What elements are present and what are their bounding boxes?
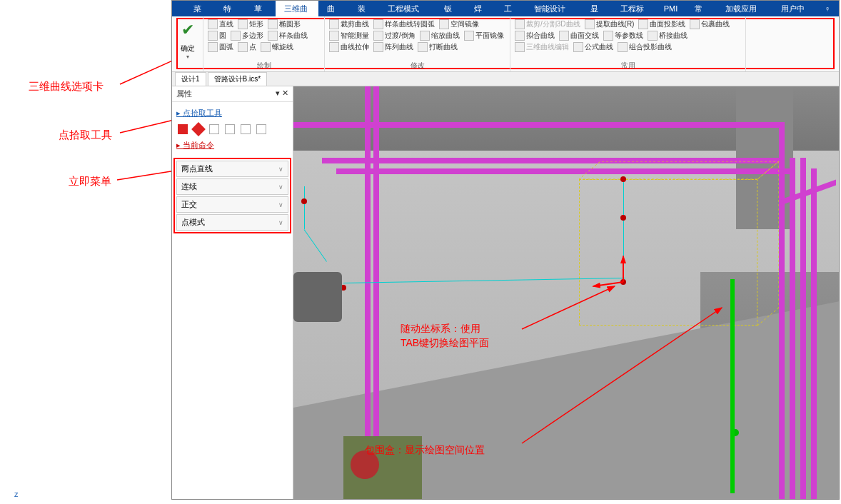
menu-item[interactable]: 装配: [349, 1, 379, 16]
panel-header: 属性▾ ✕: [172, 86, 293, 102]
menu-item[interactable]: 钣金: [435, 1, 465, 16]
section-current[interactable]: ▸ 当前命令: [176, 137, 288, 153]
confirm-check-icon[interactable]: ✔: [181, 21, 194, 39]
viewport-3d[interactable]: 随动坐标系：使用TAB键切换绘图平面 包围盒：显示绘图空间位置: [293, 86, 839, 499]
section-pick[interactable]: ▸ 点拾取工具: [176, 105, 288, 121]
imm-row-3[interactable]: 正交∨: [176, 196, 288, 213]
rect-icon: [238, 19, 248, 29]
tool-bridge[interactable]: 桥接曲线: [648, 31, 688, 41]
tool-intersect[interactable]: 曲面交线: [559, 31, 599, 41]
tool-helix[interactable]: 螺旋线: [261, 42, 293, 52]
menubar: 菜单 特征 草图 三维曲线 曲面 装配 工程模式零件 钣金 焊接 工具 智能设计…: [172, 1, 839, 16]
ribbon-group-confirm: ✔ 确定 ▾: [172, 16, 203, 71]
menu-item[interactable]: 工程模式零件: [379, 1, 435, 16]
line-icon: [208, 19, 218, 29]
menu-item[interactable]: 曲面: [318, 1, 348, 16]
ribbon-group-modify: 裁剪曲线 样条曲线转圆弧 空间镜像 智能测量 过渡/倒角 缩放曲线 平面镜像 曲…: [325, 16, 510, 71]
node-icon: [620, 176, 626, 182]
pick-icon-5[interactable]: [241, 124, 251, 134]
immediate-menu: 两点直线∨ 连续∨ 正交∨ 点模式∨: [173, 158, 291, 233]
pick-icon-2[interactable]: [191, 122, 206, 136]
tool-array[interactable]: 阵列曲线: [373, 42, 413, 52]
tool-fillet[interactable]: 过渡/倒角: [373, 31, 416, 41]
menu-item[interactable]: 显示: [582, 1, 612, 16]
menu-item[interactable]: 草图: [246, 1, 276, 16]
imm-row-4[interactable]: 点模式∨: [176, 214, 288, 231]
doc-tabs: 设计1 管路设计B.ics*: [172, 72, 839, 86]
ellipse-icon: [268, 19, 278, 29]
annotation-pick-tool: 点拾取工具: [59, 128, 112, 142]
tool-edit3d: 三维曲线编辑: [515, 42, 569, 52]
point-icon: [238, 42, 248, 52]
tool-combine-proj[interactable]: 组合投影曲线: [618, 42, 672, 52]
tool-trim3d: 裁剪/分割3D曲线: [515, 19, 580, 29]
menu-item[interactable]: 加载应用程序: [717, 1, 773, 16]
polygon-icon: [231, 31, 241, 41]
tool-formula[interactable]: 公式曲线: [573, 42, 613, 52]
menu-item-active[interactable]: 三维曲线: [276, 1, 319, 16]
ribbon-group-draw: 直线 矩形 椭圆形 圆 多边形 样条曲线 圆弧 点 螺旋线 绘制: [203, 16, 325, 71]
help-icon[interactable]: ♀: [816, 1, 839, 16]
menu-item[interactable]: 智能设计批注: [525, 1, 582, 16]
menu-item[interactable]: 特征: [215, 1, 245, 16]
tool-plane-mirror[interactable]: 平面镜像: [464, 31, 504, 41]
annotation-immediate-menu: 立即菜单: [69, 175, 111, 188]
app-window: 菜单 特征 草图 三维曲线 曲面 装配 工程模式零件 钣金 焊接 工具 智能设计…: [171, 0, 840, 500]
group-label-common: 常用: [510, 61, 745, 71]
tool-fit[interactable]: 拟合曲线: [515, 31, 555, 41]
group-label-draw: 绘制: [203, 61, 324, 71]
group-label-modify: 修改: [325, 61, 510, 71]
spline-icon: [268, 31, 278, 41]
tool-spline-to-arc[interactable]: 样条曲线转圆弧: [373, 19, 435, 29]
doc-tab-1[interactable]: 设计1: [175, 72, 206, 86]
ribbon-group-common: 裁剪/分割3D曲线 提取曲线(R) 曲面投影线 包裹曲线 拟合曲线 曲面交线 等…: [510, 16, 746, 71]
menu-item[interactable]: 菜单: [185, 1, 215, 16]
tool-spline[interactable]: 样条曲线: [268, 31, 308, 41]
arc-icon: [208, 42, 218, 52]
tool-circle[interactable]: 圆: [208, 31, 226, 41]
svg-marker-4: [579, 161, 779, 179]
confirm-label[interactable]: 确定: [181, 44, 195, 54]
tool-trim[interactable]: 裁剪曲线: [329, 19, 369, 29]
tool-break[interactable]: 打断曲线: [418, 42, 458, 52]
annotation-bbox: 包围盒：显示绘图空间位置: [365, 443, 485, 458]
tool-ellipse[interactable]: 椭圆形: [268, 19, 301, 29]
pick-icon-3[interactable]: [209, 124, 219, 134]
tool-arc[interactable]: 圆弧: [208, 42, 233, 52]
menu-item[interactable]: 工程标注: [612, 1, 655, 16]
imm-row-2[interactable]: 连续∨: [176, 178, 288, 195]
menu-item[interactable]: 用户中心: [772, 1, 816, 16]
tool-extract[interactable]: 提取曲线(R): [585, 19, 635, 29]
helix-icon: [261, 42, 271, 52]
pick-icon-4[interactable]: [225, 124, 235, 134]
tool-surf-proj[interactable]: 曲面投影线: [638, 19, 685, 29]
doc-tab-2[interactable]: 管路设计B.ics*: [208, 72, 268, 86]
workspace: 属性▾ ✕ ▸ 点拾取工具 ▸ 当前命令 两点直线∨ 连续∨ 正交∨ 点模式∨: [172, 86, 839, 499]
svg-line-9: [593, 282, 623, 286]
annotation-coord-sys: 随动坐标系：使用TAB键切换绘图平面: [401, 322, 489, 350]
tool-point[interactable]: 点: [238, 42, 256, 52]
menu-item[interactable]: 常用: [686, 1, 716, 16]
tool-stretch[interactable]: 曲线拉伸: [329, 42, 369, 52]
tool-rect[interactable]: 矩形: [238, 19, 263, 29]
pick-icon-6[interactable]: [256, 124, 266, 134]
tool-polygon[interactable]: 多边形: [231, 31, 263, 41]
menu-item[interactable]: 工具: [495, 1, 525, 16]
menu-item[interactable]: PMI: [655, 1, 687, 16]
tool-line[interactable]: 直线: [208, 19, 233, 29]
tool-scale[interactable]: 缩放曲线: [420, 31, 460, 41]
footer-mark: z: [14, 490, 19, 498]
tool-smart-measure[interactable]: 智能测量: [329, 31, 369, 41]
green-edge: [730, 279, 735, 493]
tool-wrap[interactable]: 包裹曲线: [690, 19, 730, 29]
ribbon: ✔ 确定 ▾ 直线 矩形 椭圆形 圆 多边形 样条曲线 圆弧 点 螺旋线 绘制 …: [172, 16, 839, 72]
menu-item[interactable]: 焊接: [465, 1, 495, 16]
equipment: [293, 272, 342, 322]
tool-isoparam[interactable]: 等参数线: [603, 31, 643, 41]
pick-icon-1[interactable]: [178, 124, 188, 134]
imm-row-1[interactable]: 两点直线∨: [176, 161, 288, 177]
annotation-tab: 三维曲线选项卡: [29, 80, 104, 94]
node-icon: [301, 198, 307, 204]
svg-line-6: [757, 308, 779, 326]
tool-space-mirror[interactable]: 空间镜像: [439, 19, 479, 29]
